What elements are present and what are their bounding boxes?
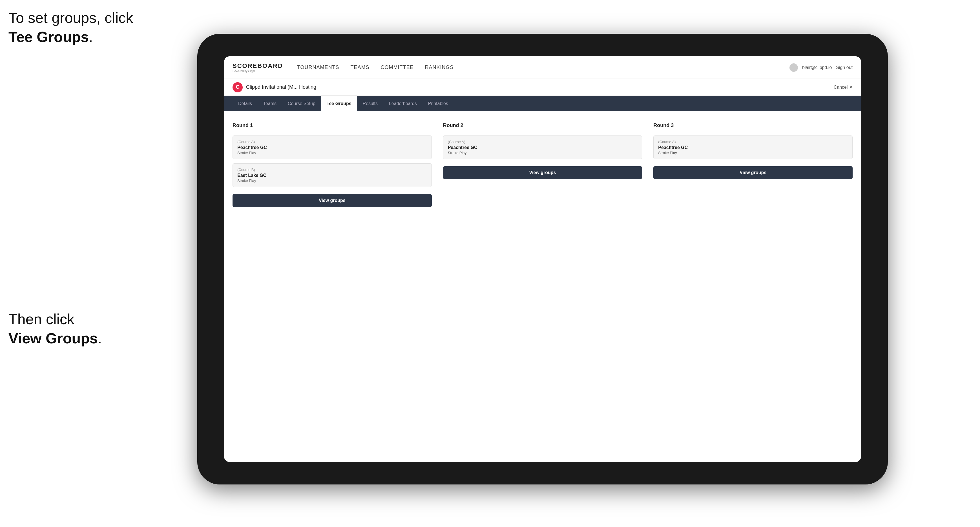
instruction-bottom: Then click View Groups. xyxy=(8,310,102,348)
round-2-course-a-label: (Course A) xyxy=(448,140,638,144)
round-1-course-a-card: (Course A) Peachtree GC Stroke Play xyxy=(232,135,432,159)
tab-course-setup[interactable]: Course Setup xyxy=(282,96,321,111)
sub-header: C Clippd Invitational (M... Hosting Canc… xyxy=(224,79,861,96)
round-2-column: Round 2 (Course A) Peachtree GC Stroke P… xyxy=(443,122,642,207)
cancel-button[interactable]: Cancel ✕ xyxy=(834,84,853,90)
nav-teams[interactable]: TEAMS xyxy=(351,63,369,72)
nav-links: TOURNAMENTS TEAMS COMMITTEE RANKINGS xyxy=(297,63,789,72)
tournament-name: Clippd Invitational (M... Hosting xyxy=(246,84,834,90)
instruction-top: To set groups, click Tee Groups. xyxy=(8,8,133,46)
round-1-course-a-label: (Course A) xyxy=(237,140,427,144)
round-2-course-a-card: (Course A) Peachtree GC Stroke Play xyxy=(443,135,642,159)
user-avatar xyxy=(789,63,798,72)
sign-out-link[interactable]: Sign out xyxy=(836,65,853,70)
round-1-course-a-name: Peachtree GC xyxy=(237,145,427,150)
top-nav: SCOREBOARD Powered by clippit TOURNAMENT… xyxy=(224,56,861,79)
tablet-screen: SCOREBOARD Powered by clippit TOURNAMENT… xyxy=(224,56,861,462)
round-2-course-a-format: Stroke Play xyxy=(448,151,638,155)
round-1-column: Round 1 (Course A) Peachtree GC Stroke P… xyxy=(232,122,432,207)
round-3-course-a-format: Stroke Play xyxy=(658,151,848,155)
tab-leaderboards[interactable]: Leaderboards xyxy=(383,96,423,111)
logo-wordmark: SCOREBOARD xyxy=(232,62,283,69)
logo-text: SCOREBOARD xyxy=(232,62,283,70)
round-1-view-groups-button[interactable]: View groups xyxy=(232,194,432,207)
main-content: Round 1 (Course A) Peachtree GC Stroke P… xyxy=(224,111,861,462)
nav-committee[interactable]: COMMITTEE xyxy=(381,63,414,72)
round-3-column: Round 3 (Course A) Peachtree GC Stroke P… xyxy=(653,122,853,207)
round-1-course-b-format: Stroke Play xyxy=(237,179,427,183)
tab-bar: Details Teams Course Setup Tee Groups Re… xyxy=(224,96,861,111)
nav-tournaments[interactable]: TOURNAMENTS xyxy=(297,63,339,72)
instruction-top-line1: To set groups, click xyxy=(8,10,133,26)
round-1-course-a-format: Stroke Play xyxy=(237,151,427,155)
tab-teams[interactable]: Teams xyxy=(258,96,282,111)
round-3-view-groups-button[interactable]: View groups xyxy=(653,166,853,179)
round-3-course-a-name: Peachtree GC xyxy=(658,145,848,150)
round-3-title: Round 3 xyxy=(653,122,853,129)
round-1-course-b-card: (Course B) East Lake GC Stroke Play xyxy=(232,163,432,187)
round-1-course-b-label: (Course B) xyxy=(237,168,427,172)
tab-details[interactable]: Details xyxy=(232,96,258,111)
tablet: SCOREBOARD Powered by clippit TOURNAMENT… xyxy=(197,34,888,484)
nav-right: blair@clippd.io Sign out xyxy=(789,63,853,72)
instruction-top-line2: Tee Groups xyxy=(8,29,89,45)
instruction-top-period: . xyxy=(89,29,93,45)
round-3-course-a-card: (Course A) Peachtree GC Stroke Play xyxy=(653,135,853,159)
round-2-course-a-name: Peachtree GC xyxy=(448,145,638,150)
user-email: blair@clippd.io xyxy=(802,65,832,70)
tab-printables[interactable]: Printables xyxy=(423,96,454,111)
instruction-bottom-period: . xyxy=(98,330,102,346)
instruction-bottom-line2: View Groups xyxy=(8,330,98,346)
tab-tee-groups[interactable]: Tee Groups xyxy=(321,96,357,111)
nav-rankings[interactable]: RANKINGS xyxy=(425,63,454,72)
round-1-title: Round 1 xyxy=(232,122,432,129)
tournament-logo: C xyxy=(232,82,243,92)
round-2-view-groups-button[interactable]: View groups xyxy=(443,166,642,179)
logo-subtext: Powered by clippit xyxy=(232,70,283,73)
round-2-title: Round 2 xyxy=(443,122,642,129)
logo-area: SCOREBOARD Powered by clippit xyxy=(232,62,283,73)
round-3-course-a-label: (Course A) xyxy=(658,140,848,144)
tournament-logo-letter: C xyxy=(236,84,240,90)
round-1-course-b-name: East Lake GC xyxy=(237,173,427,178)
rounds-grid: Round 1 (Course A) Peachtree GC Stroke P… xyxy=(232,122,853,207)
tab-results[interactable]: Results xyxy=(357,96,383,111)
instruction-bottom-line1: Then click xyxy=(8,311,75,327)
